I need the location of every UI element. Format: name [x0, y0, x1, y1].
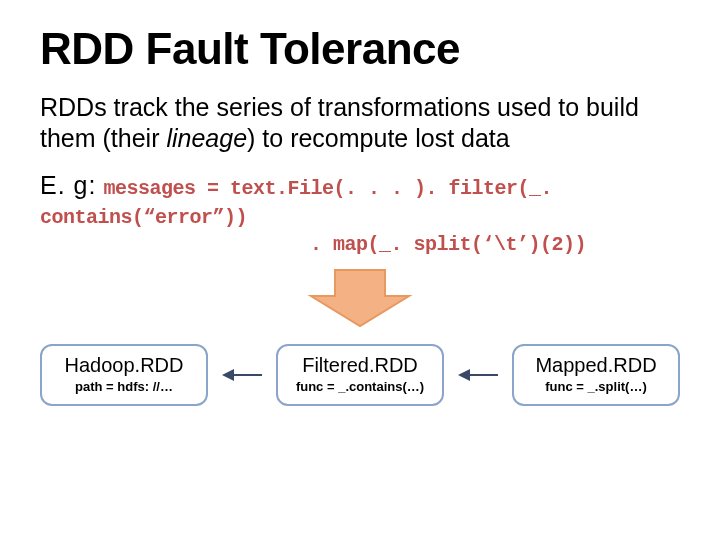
rdd-box-filtered: Filtered.RDD func = _.contains(…)	[276, 344, 444, 406]
rdd-box-title: Filtered.RDD	[286, 354, 434, 377]
arrow-left-icon	[458, 367, 498, 383]
body-lineage-word: lineage	[166, 124, 247, 152]
svg-marker-0	[311, 270, 409, 326]
rdd-box-subtitle: path = hdfs: //…	[50, 379, 198, 394]
example-line: E. g: messages = text.File(. . . ). filt…	[40, 171, 680, 229]
slide-title: RDD Fault Tolerance	[40, 24, 680, 74]
rdd-box-title: Mapped.RDD	[522, 354, 670, 377]
example-code-line2: . map(_. split(‘\t’)(2))	[310, 233, 680, 256]
rdd-box-title: Hadoop.RDD	[50, 354, 198, 377]
lineage-diagram: Hadoop.RDD path = hdfs: //… Filtered.RDD…	[40, 344, 680, 406]
rdd-box-subtitle: func = _.contains(…)	[286, 379, 434, 394]
rdd-box-subtitle: func = _.split(…)	[522, 379, 670, 394]
rdd-box-mapped: Mapped.RDD func = _.split(…)	[512, 344, 680, 406]
rdd-box-hadoop: Hadoop.RDD path = hdfs: //…	[40, 344, 208, 406]
body-paragraph: RDDs track the series of transformations…	[40, 92, 680, 155]
example-code-line1: messages = text.File(. . . ). filter(_. …	[40, 177, 552, 229]
arrow-left-icon	[222, 367, 262, 383]
example-prefix: E. g:	[40, 171, 96, 199]
arrow-down-icon	[305, 266, 415, 334]
body-suffix: ) to recompute lost data	[247, 124, 510, 152]
svg-marker-2	[222, 369, 234, 381]
svg-marker-4	[458, 369, 470, 381]
